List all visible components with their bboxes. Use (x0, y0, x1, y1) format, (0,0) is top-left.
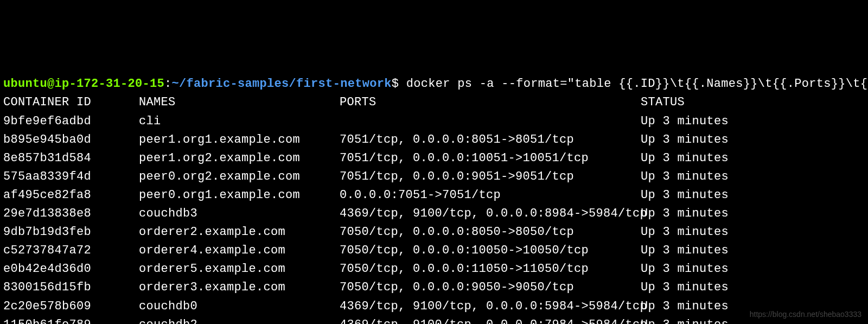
cell-status: Up 3 minutes (641, 278, 729, 297)
cell-names: peer1.org1.example.com (139, 131, 340, 149)
cell-status: Up 3 minutes (641, 316, 729, 324)
table-row: e0b42e4d36d0orderer5.example.com7050/tcp… (3, 260, 865, 278)
cell-status: Up 3 minutes (641, 205, 729, 223)
header-names: NAMES (139, 93, 340, 112)
cell-names: orderer5.example.com (139, 260, 340, 278)
header-status: STATUS (641, 93, 685, 112)
cell-container-id: 8300156d15fb (3, 278, 139, 297)
cell-container-id: e0b42e4d36d0 (3, 260, 139, 278)
cell-names: orderer3.example.com (139, 278, 340, 297)
table-row: 575aa8339f4dpeer0.org2.example.com7051/t… (3, 168, 865, 186)
table-row: c52737847a72orderer4.example.com7050/tcp… (3, 242, 865, 260)
table-row: 9bfe9ef6adbdcliUp 3 minutes (3, 112, 865, 131)
cell-names: peer1.org2.example.com (139, 149, 340, 168)
terminal-output[interactable]: ubuntu@ip-172-31-20-15:~/fabric-samples/… (3, 75, 865, 324)
cell-container-id: 575aa8339f4d (3, 168, 139, 186)
cell-names: orderer4.example.com (139, 242, 340, 260)
cell-status: Up 3 minutes (641, 149, 729, 168)
cell-names: orderer2.example.com (139, 223, 340, 242)
cell-container-id: 8e857b31d584 (3, 149, 139, 168)
cell-names: couchdb3 (139, 205, 340, 223)
cell-container-id: 29e7d13838e8 (3, 205, 139, 223)
table-row: 2c20e578b609couchdb04369/tcp, 9100/tcp, … (3, 297, 865, 316)
cell-names: peer0.org1.example.com (139, 186, 340, 205)
cell-status: Up 3 minutes (641, 131, 729, 149)
cell-status: Up 3 minutes (641, 297, 729, 316)
cell-ports: 0.0.0.0:7051->7051/tcp (340, 186, 641, 205)
table-row: 29e7d13838e8couchdb34369/tcp, 9100/tcp, … (3, 205, 865, 223)
prompt-path: ~/fabric-samples/first-network (172, 77, 392, 91)
cell-names: peer0.org2.example.com (139, 168, 340, 186)
cell-ports: 4369/tcp, 9100/tcp, 0.0.0.0:7984->5984/t… (340, 316, 641, 324)
table-row: 8300156d15fborderer3.example.com7050/tcp… (3, 278, 865, 297)
prompt-dollar: $ (392, 77, 399, 91)
cell-names: couchdb2 (139, 316, 340, 324)
cell-ports: 7051/tcp, 0.0.0.0:10051->10051/tcp (340, 149, 641, 168)
cell-ports: 4369/tcp, 9100/tcp, 0.0.0.0:5984->5984/t… (340, 297, 641, 316)
cell-status: Up 3 minutes (641, 112, 729, 131)
cell-container-id: 9bfe9ef6adbd (3, 112, 139, 131)
cell-container-id: c52737847a72 (3, 242, 139, 260)
cell-ports: 7050/tcp, 0.0.0.0:9050->9050/tcp (340, 278, 641, 297)
prompt-line: ubuntu@ip-172-31-20-15:~/fabric-samples/… (3, 75, 865, 93)
cell-status: Up 3 minutes (641, 260, 729, 278)
cell-status: Up 3 minutes (641, 168, 729, 186)
cell-names: couchdb0 (139, 297, 340, 316)
cell-ports: 7050/tcp, 0.0.0.0:11050->11050/tcp (340, 260, 641, 278)
command-text: docker ps -a --format="table {{.ID}}\t{{… (399, 77, 868, 91)
cell-container-id: 2c20e578b609 (3, 297, 139, 316)
cell-container-id: 9db7b19d3feb (3, 223, 139, 242)
table-header: CONTAINER IDNAMESPORTSSTATUS (3, 93, 865, 112)
table-row: af495ce82fa8peer0.org1.example.com0.0.0.… (3, 186, 865, 205)
table-row: 9db7b19d3feborderer2.example.com7050/tcp… (3, 223, 865, 242)
header-ports: PORTS (340, 93, 641, 112)
prompt-user-host: ubuntu@ip-172-31-20-15 (3, 77, 164, 91)
cell-ports: 4369/tcp, 9100/tcp, 0.0.0.0:8984->5984/t… (340, 205, 641, 223)
cell-ports: 7051/tcp, 0.0.0.0:8051->8051/tcp (340, 131, 641, 149)
cell-names: cli (139, 112, 340, 131)
cell-status: Up 3 minutes (641, 242, 729, 260)
watermark-text: https://blog.csdn.net/shebao3333 (750, 309, 861, 321)
table-row: b895e945ba0dpeer1.org1.example.com7051/t… (3, 131, 865, 149)
cell-ports: 7051/tcp, 0.0.0.0:9051->9051/tcp (340, 168, 641, 186)
cell-status: Up 3 minutes (641, 186, 729, 205)
prompt-colon: : (164, 77, 172, 91)
cell-ports: 7050/tcp, 0.0.0.0:8050->8050/tcp (340, 223, 641, 242)
cell-container-id: b895e945ba0d (3, 131, 139, 149)
cell-status: Up 3 minutes (641, 223, 729, 242)
table-row: 1150b61fe789couchdb24369/tcp, 9100/tcp, … (3, 316, 865, 324)
table-row: 8e857b31d584peer1.org2.example.com7051/t… (3, 149, 865, 168)
cell-ports: 7050/tcp, 0.0.0.0:10050->10050/tcp (340, 242, 641, 260)
cell-container-id: af495ce82fa8 (3, 186, 139, 205)
cell-container-id: 1150b61fe789 (3, 316, 139, 324)
header-container-id: CONTAINER ID (3, 93, 139, 112)
